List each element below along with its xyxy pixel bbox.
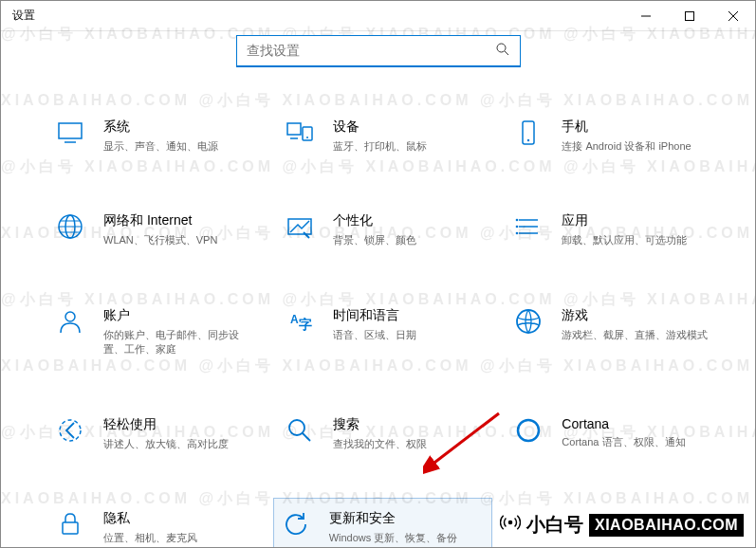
- category-desc: 语音、区域、日期: [333, 328, 416, 342]
- svg-point-12: [516, 226, 519, 228]
- category-title: 更新和安全: [329, 510, 458, 527]
- category-ease-of-access[interactable]: 轻松使用 讲述人、放大镜、高对比度: [48, 411, 259, 455]
- category-network[interactable]: 网络和 Internet WLAN、飞行模式、VPN: [48, 207, 259, 251]
- apps-icon: [512, 210, 544, 243]
- search-input[interactable]: 查找设置: [236, 35, 521, 67]
- system-icon: [54, 117, 86, 149]
- category-privacy[interactable]: 隐私 位置、相机、麦克风: [48, 504, 259, 548]
- svg-point-7: [527, 139, 529, 141]
- category-personalization[interactable]: 个性化 背景、锁屏、颜色: [278, 207, 489, 251]
- watermark-badge: 小白号 XIAOBAIHAO.COM: [500, 512, 744, 538]
- category-desc: WLAN、飞行模式、VPN: [103, 233, 217, 247]
- category-title: 隐私: [103, 510, 197, 527]
- gaming-icon: [512, 305, 544, 338]
- update-icon: [280, 508, 312, 540]
- svg-point-19: [289, 420, 304, 435]
- category-desc: 蓝牙、打印机、鼠标: [333, 139, 427, 154]
- svg-point-1: [497, 44, 506, 52]
- svg-point-17: [517, 310, 540, 333]
- svg-point-23: [508, 521, 513, 525]
- time-language-icon: A字: [284, 305, 316, 338]
- category-search[interactable]: 搜索 查找我的文件、权限: [278, 411, 489, 455]
- privacy-icon: [54, 508, 86, 540]
- category-desc: 背景、锁屏、颜色: [333, 233, 416, 247]
- svg-point-20: [518, 420, 539, 441]
- category-title: 个性化: [333, 212, 416, 229]
- svg-point-11: [516, 219, 519, 222]
- category-desc: 卸载、默认应用、可选功能: [562, 233, 687, 247]
- category-title: 应用: [562, 212, 687, 229]
- cortana-icon: [512, 414, 544, 447]
- svg-text:字: 字: [299, 317, 312, 332]
- network-icon: [54, 210, 86, 243]
- svg-point-13: [516, 232, 519, 235]
- svg-rect-21: [63, 522, 78, 534]
- titlebar: 设置: [1, 1, 755, 31]
- svg-text:A: A: [290, 313, 299, 326]
- category-title: 时间和语言: [333, 307, 416, 324]
- category-accounts[interactable]: 账户 你的账户、电子邮件、同步设置、工作、家庭: [48, 301, 259, 361]
- category-title: 设备: [333, 119, 427, 136]
- category-apps[interactable]: 应用 卸载、默认应用、可选功能: [507, 207, 717, 251]
- badge-cn: 小白号: [526, 512, 583, 538]
- svg-rect-2: [59, 123, 82, 138]
- category-system[interactable]: 系统 显示、声音、通知、电源: [48, 113, 259, 157]
- close-button[interactable]: [711, 1, 755, 31]
- category-devices[interactable]: 设备 蓝牙、打印机、鼠标: [278, 113, 489, 157]
- category-desc: Windows 更新、恢复、备份: [329, 531, 458, 545]
- category-gaming[interactable]: 游戏 游戏栏、截屏、直播、游戏模式: [507, 301, 717, 361]
- badge-en: XIAOBAIHAO.COM: [589, 514, 744, 537]
- category-title: 手机: [562, 119, 691, 136]
- maximize-button[interactable]: [668, 1, 711, 31]
- category-desc: 查找我的文件、权限: [333, 437, 427, 451]
- category-title: 游戏: [562, 307, 708, 324]
- category-desc: Cortana 语言、权限、通知: [562, 435, 685, 449]
- category-update-security[interactable]: 更新和安全 Windows 更新、恢复、备份: [274, 499, 492, 548]
- svg-point-5: [306, 137, 308, 138]
- category-title: 轻松使用: [103, 416, 229, 433]
- search-icon: [495, 42, 510, 60]
- devices-icon: [284, 117, 316, 149]
- svg-rect-0: [686, 11, 694, 20]
- category-desc: 位置、相机、麦克风: [103, 531, 197, 545]
- svg-rect-3: [287, 123, 301, 135]
- category-desc: 连接 Android 设备和 iPhone: [562, 139, 691, 154]
- category-desc: 你的账户、电子邮件、同步设置、工作、家庭: [103, 328, 253, 357]
- window-buttons: [624, 1, 755, 31]
- accounts-icon: [54, 305, 86, 338]
- category-desc: 游戏栏、截屏、直播、游戏模式: [562, 328, 708, 342]
- broadcast-icon: [500, 512, 521, 538]
- search-cat-icon: [284, 414, 316, 447]
- category-cortana[interactable]: Cortana Cortana 语言、权限、通知: [507, 411, 717, 455]
- settings-grid: 系统 显示、声音、通知、电源 设备 蓝牙、打印机、鼠标 手机 连接 Androi…: [1, 84, 755, 548]
- search-placeholder: 查找设置: [247, 43, 495, 60]
- category-desc: 显示、声音、通知、电源: [103, 139, 218, 154]
- category-title: 网络和 Internet: [103, 212, 217, 229]
- window-title: 设置: [12, 8, 624, 24]
- category-title: 搜索: [333, 416, 427, 433]
- category-phone[interactable]: 手机 连接 Android 设备和 iPhone: [507, 113, 717, 157]
- category-title: 系统: [103, 119, 218, 136]
- minimize-button[interactable]: [624, 1, 668, 31]
- category-title: 账户: [103, 307, 253, 324]
- category-title: Cortana: [562, 416, 685, 431]
- category-time-language[interactable]: A字 时间和语言 语音、区域、日期: [278, 301, 489, 361]
- phone-icon: [512, 117, 544, 149]
- personalization-icon: [284, 210, 316, 243]
- ease-of-access-icon: [54, 414, 86, 447]
- svg-point-14: [65, 312, 75, 321]
- category-desc: 讲述人、放大镜、高对比度: [103, 437, 229, 451]
- svg-point-18: [60, 420, 81, 441]
